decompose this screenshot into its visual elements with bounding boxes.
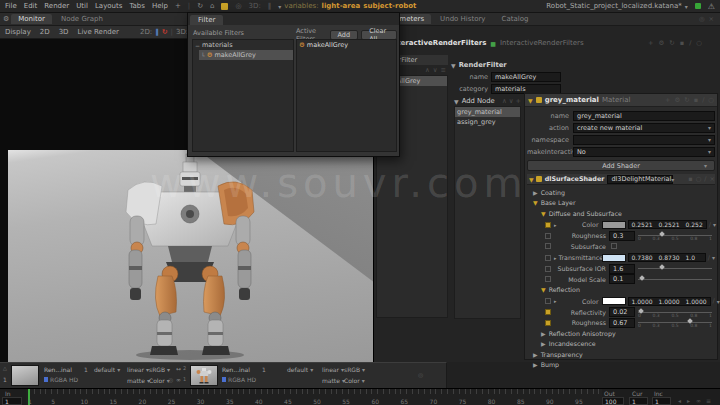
namespace-dropdown[interactable]: ▾ [573,135,715,145]
param-enabled-checkbox[interactable] [545,266,551,272]
param-enabled-checkbox[interactable] [545,233,551,239]
group-transparency[interactable]: ▶ Transparency [529,349,715,360]
param-enabled-checkbox[interactable] [545,222,551,228]
refresh-icon[interactable]: ↻ [684,96,689,104]
inc-field[interactable]: 1 [652,397,671,405]
group-reflection[interactable]: ▼ Reflection [529,285,715,296]
variable-light-area[interactable]: light-area [322,2,361,10]
menu-file[interactable]: File [5,2,17,10]
circle-icon[interactable]: ○ [696,175,702,183]
resolution-dropdown[interactable]: default ▾ [94,366,120,373]
renderfilter-name-field[interactable]: makeAllGrey [491,72,561,82]
shader-header[interactable]: ▼ dlSurfaceShader dl3DelightMaterial ▾ ▪… [527,174,715,185]
tab-undo-history[interactable]: Undo History [433,14,492,24]
slash-icon[interactable]: / [708,254,710,262]
close-icon[interactable]: × [710,175,715,183]
caret-down-icon[interactable]: ∨ [433,66,438,74]
group-base-layer[interactable]: ▼ Base Layer [529,198,715,209]
reflection-color-swatch[interactable] [602,297,626,305]
filter-item-makeallgrey[interactable]: └ ⚙ makeAllGrey [199,50,293,60]
menu-util[interactable]: Util [76,2,88,10]
material-name-field[interactable]: grey_material [573,111,715,121]
loop-toggle-button[interactable]: ∞ [696,397,701,404]
subsurface-ior-field[interactable]: 1.6 [609,264,635,274]
available-filters-list[interactable]: − materials └ ⚙ makeAllGrey [192,39,294,152]
pin-icon[interactable]: ▪ [694,96,698,104]
make-interactive-dropdown[interactable]: No ▾ [573,147,715,157]
channel-view-dropdown[interactable]: Color ▾ [344,377,365,384]
timeline-ruler[interactable]: 1510152025303540455055606570758085909510… [26,389,602,405]
slash-icon[interactable]: / [709,221,711,229]
gear-icon[interactable]: ⚙ [658,39,664,47]
options-button[interactable]: ≡ [706,397,711,404]
filter-title-bar[interactable]: Filter [188,13,399,25]
slash-icon[interactable]: / [689,39,691,47]
in-field[interactable]: 1 [2,397,22,405]
node-list-item-assign-grey[interactable]: assign_grey [455,117,520,127]
channel-view-dropdown[interactable]: Color ▾ [149,377,170,384]
out-field[interactable]: 100 [602,397,624,405]
plus-icon[interactable]: + [648,39,653,47]
crosshair-icon[interactable]: + [175,2,181,10]
diffuse-color-swatch[interactable] [602,221,626,229]
reflection-roughness-field[interactable]: 0.67 [609,318,635,328]
step-forward-button[interactable]: ▸ [687,397,690,404]
group-diffuse-subsurface[interactable]: ▼ Diffuse and Subsurface [529,208,715,219]
view-2d-button[interactable]: 2D [40,28,50,36]
matte-dropdown[interactable]: matte ▾ [322,377,345,384]
colorspace-dropdown[interactable]: linear ▾ [322,366,344,373]
project-title-control[interactable]: Robot_Static_project_localized.katana* ▾ [546,2,688,10]
cur-field[interactable]: 1 [629,397,648,405]
model-scale-field[interactable]: 0.1 [609,274,635,284]
transmittance-swatch[interactable] [602,254,626,262]
pause-2d-icon[interactable]: ‖ [155,28,159,36]
chevron-down-icon[interactable]: ▾ [713,221,716,228]
menu-layouts[interactable]: Layouts [95,2,122,10]
caret-down-icon[interactable]: ∨ [509,97,514,105]
tab-node-graph[interactable]: Node Graph [54,14,110,24]
material-header[interactable]: ▼ grey_material Material + ⚙ ↻ ▪ / ○ [525,94,717,107]
home-icon[interactable]: ⌂ [210,2,214,10]
restart-2d-icon[interactable]: ↻ [162,28,168,36]
minus-expander-icon[interactable]: − [195,42,200,49]
reflectivity-slider[interactable]: 00.30.50.81 [638,308,712,317]
swap-icon[interactable]: ↔ [176,365,181,372]
render-image[interactable] [8,150,373,362]
warning-icon[interactable]: ⚠ [708,2,715,11]
menu-help[interactable]: Help [152,2,168,10]
gear-icon[interactable]: ⚙ [3,15,9,23]
caret-up-icon[interactable]: ∧ [502,97,507,105]
param-enabled-checkbox[interactable] [545,276,551,282]
model-scale-slider[interactable] [638,275,712,284]
render-item-name[interactable]: Ren...inal [44,366,72,373]
param-enabled-checkbox[interactable] [545,298,551,304]
pin-icon[interactable]: ▪ [680,39,684,47]
triangle-right-icon[interactable]: ▸ [554,222,557,228]
chevron-down-icon[interactable]: ▾ [717,298,720,305]
target-icon[interactable]: ◎ [418,371,423,378]
display-space-dropdown[interactable]: sRGB ▾ [344,366,365,373]
target-icon[interactable]: ◎ [699,15,705,23]
triangle-right-icon[interactable]: ▸ [554,298,557,304]
chevron-down-icon[interactable]: ▾ [712,254,715,261]
render-thumbnail[interactable] [190,365,218,386]
renderfilter-group-header[interactable]: ▼ RenderFilter [451,61,563,69]
circle-icon[interactable]: ○ [708,96,714,104]
roughness-slider[interactable]: 00.30.50.81 [638,231,712,240]
transmittance-values[interactable]: 0.7380 0.8730 1.0 [628,253,706,262]
group-incandescence[interactable]: ▶ Incandescence [529,339,715,350]
matte-dropdown[interactable]: matte ▾ [127,377,150,384]
active-filters-list[interactable]: ⚙ makeAllGrey [296,39,397,152]
filter-tab[interactable]: Filter [190,15,223,25]
param-enabled-checkbox[interactable] [545,309,551,315]
circle-icon[interactable]: ○ [696,39,702,47]
resolution-dropdown[interactable]: default ▾ [287,366,313,373]
loop-icon[interactable]: ∞ [176,376,181,383]
subsurface-ior-slider[interactable] [638,264,712,273]
step-back-button[interactable]: ◂ [678,397,681,404]
render-thumbnail[interactable] [11,365,39,386]
tab-monitor[interactable]: Monitor [11,14,52,24]
diffuse-color-values[interactable]: 0.2521 0.2521 0.252 [628,220,707,229]
add-node-header[interactable]: ▼ Add Node ∧ ∨ + [454,97,521,105]
menu-icon[interactable]: ≡ [441,66,446,74]
